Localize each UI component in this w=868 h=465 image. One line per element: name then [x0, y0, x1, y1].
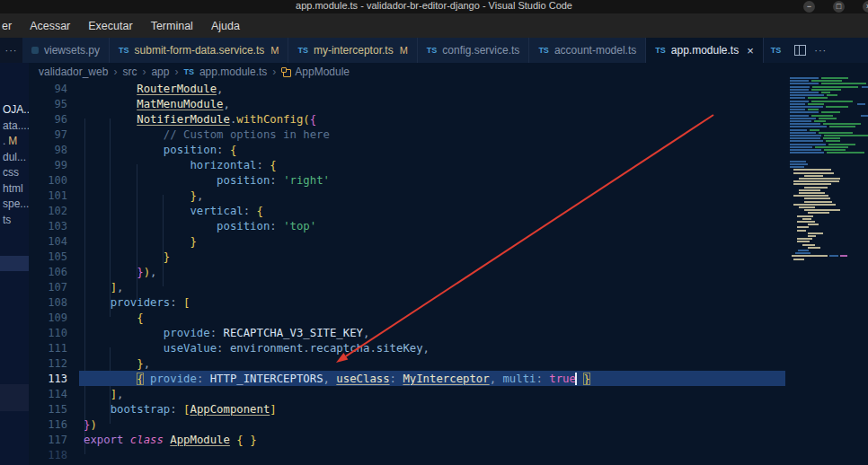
code-text: NotifierModule.withConfig({ [84, 113, 316, 126]
ts-file-icon: TS [119, 46, 129, 55]
explorer-item[interactable]: OJA... [3, 103, 29, 116]
minimap-row [788, 255, 864, 257]
code-text: position: 'top' [84, 220, 316, 232]
code-line-107[interactable]: 107 ], [29, 279, 868, 294]
menu-item-terminal[interactable]: Terminal [142, 13, 202, 38]
minimap-row [788, 135, 864, 136]
minimap-row [788, 172, 864, 174]
code-line-95[interactable]: 95 MatMenuModule, [29, 96, 868, 111]
menu-item-acessar[interactable]: Acessar [21, 13, 79, 38]
tab-viewsets.py[interactable]: viewsets.py [22, 38, 110, 63]
tab-app.module.ts[interactable]: TSapp.module.ts× [646, 38, 764, 63]
minimap-row [788, 120, 864, 122]
tab-label: my-interceptor.ts [314, 44, 394, 57]
minimap-row [788, 195, 864, 197]
menu-item-er[interactable]: er [0, 13, 21, 38]
code-line-104[interactable]: 104 } [29, 233, 868, 249]
code-line-97[interactable]: 97 // Custom options in here [29, 127, 868, 142]
code-line-111[interactable]: 111 useValue: environment.recaptcha.site… [29, 340, 868, 355]
minimap-row [788, 101, 864, 102]
explorer-item[interactable]: dul... [3, 151, 26, 163]
code-line-118[interactable]: 118 [29, 447, 868, 462]
tab-account-model.ts[interactable]: TSaccount-model.ts [529, 38, 646, 63]
explorer-item[interactable]: css [3, 166, 19, 179]
minimap-row [788, 97, 864, 99]
breadcrumb-item-src[interactable]: src [122, 66, 137, 78]
menu-item-executar[interactable]: Executar [79, 13, 141, 38]
code-line-105[interactable]: 105 } [29, 249, 868, 264]
code-line-109[interactable]: 109 { [29, 310, 868, 325]
breadcrumb-item-app.module.ts[interactable]: TSapp.module.ts [183, 66, 267, 78]
window-title: app.module.ts - validador-br-editor-djan… [0, 0, 868, 11]
explorer-item[interactable]: .M [3, 135, 17, 147]
tab-my-interceptor.ts[interactable]: TSmy-interceptor.tsM [288, 38, 417, 63]
minimap-row [788, 169, 864, 171]
breadcrumb-item-validador_web[interactable]: validador_web [39, 66, 108, 78]
minimap[interactable] [788, 77, 864, 311]
tab-submit-form-data.service.ts[interactable]: TSsubmit-form-data.service.tsM [110, 38, 288, 63]
tab-overflow-dots[interactable]: ··· [0, 38, 22, 63]
breadcrumb-item-AppModule[interactable]: AppModule [281, 66, 350, 78]
minimap-row [788, 201, 864, 203]
tab-bar-right: TS ··· [764, 38, 868, 63]
modified-badge: M [400, 45, 408, 56]
minimap-row [788, 146, 864, 148]
close-button[interactable]: × [863, 1, 868, 13]
minimap-row [788, 166, 864, 168]
minimap-row [788, 126, 864, 127]
code-line-108[interactable]: 108 providers: [ [29, 294, 868, 310]
explorer-item[interactable]: ata.... [3, 119, 29, 132]
code-line-99[interactable]: 99 horizontal: { [29, 157, 868, 172]
line-number: 97 [29, 128, 67, 141]
code-line-101[interactable]: 101 }, [29, 188, 868, 203]
minimap-row [788, 111, 864, 113]
code-line-100[interactable]: 100 position: 'right' [29, 172, 868, 188]
line-number: 109 [29, 311, 67, 324]
minimap-row [788, 221, 864, 223]
code-editor[interactable]: 94 RouterModule,95 MatMenuModule,96 Noti… [29, 81, 868, 465]
line-number: 118 [29, 449, 67, 461]
code-line-113[interactable]: 113 { provide: HTTP_INTERCEPTORS, useCla… [29, 371, 868, 386]
explorer-selected-row[interactable] [0, 256, 29, 271]
code-line-98[interactable]: 98 position: { [29, 142, 868, 157]
minimap-row [788, 154, 864, 156]
explorer-item[interactable]: html [3, 182, 23, 195]
code-line-94[interactable]: 94 RouterModule, [29, 81, 868, 96]
code-text: RouterModule, [84, 83, 223, 95]
tab-config.service.ts[interactable]: TSconfig.service.ts [418, 38, 530, 63]
code-line-106[interactable]: 106 }), [29, 264, 868, 279]
code-text: position: { [84, 144, 236, 156]
explorer-hover-row[interactable] [0, 384, 29, 411]
minimap-row [788, 149, 864, 151]
ts-file-icon: TS [538, 46, 549, 55]
chevron-right-icon: › [142, 66, 146, 78]
minimap-row [788, 238, 864, 240]
line-number: 102 [29, 205, 67, 217]
menu-item-ajuda[interactable]: Ajuda [202, 13, 249, 38]
code-line-103[interactable]: 103 position: 'top' [29, 218, 868, 233]
breadcrumb-item-app[interactable]: app [151, 66, 169, 78]
minimap-row [788, 94, 864, 96]
close-tab-icon[interactable]: × [747, 44, 754, 57]
more-actions-icon[interactable]: ··· [814, 45, 827, 56]
code-line-112[interactable]: 112 }, [29, 355, 868, 371]
line-number: 114 [29, 388, 67, 400]
explorer-sidebar[interactable]: OJA...ata.....Mdul...csshtmlspe...ts [0, 63, 29, 465]
code-line-96[interactable]: 96 NotifierModule.withConfig({ [29, 111, 868, 127]
explorer-item[interactable]: spe... [3, 197, 29, 210]
code-line-102[interactable]: 102 vertical: { [29, 203, 868, 218]
code-line-115[interactable]: 115 bootstrap: [AppComponent] [29, 401, 868, 417]
tabs-container: viewsets.pyTSsubmit-form-data.service.ts… [22, 38, 764, 63]
explorer-item[interactable]: ts [3, 214, 11, 226]
maximize-button[interactable]: □ [833, 1, 845, 13]
code-line-117[interactable]: 117export class AppModule { } [29, 432, 868, 447]
split-editor-icon[interactable] [794, 45, 806, 56]
line-number: 103 [29, 220, 67, 232]
code-line-116[interactable]: 116}) [29, 417, 868, 432]
minimap-row [788, 163, 864, 165]
code-line-110[interactable]: 110 provide: RECAPTCHA_V3_SITE_KEY, [29, 325, 868, 340]
minimize-button[interactable]: − [803, 1, 815, 13]
minimap-row [788, 226, 864, 228]
minimap-row [788, 118, 864, 119]
code-line-114[interactable]: 114 ], [29, 386, 868, 401]
